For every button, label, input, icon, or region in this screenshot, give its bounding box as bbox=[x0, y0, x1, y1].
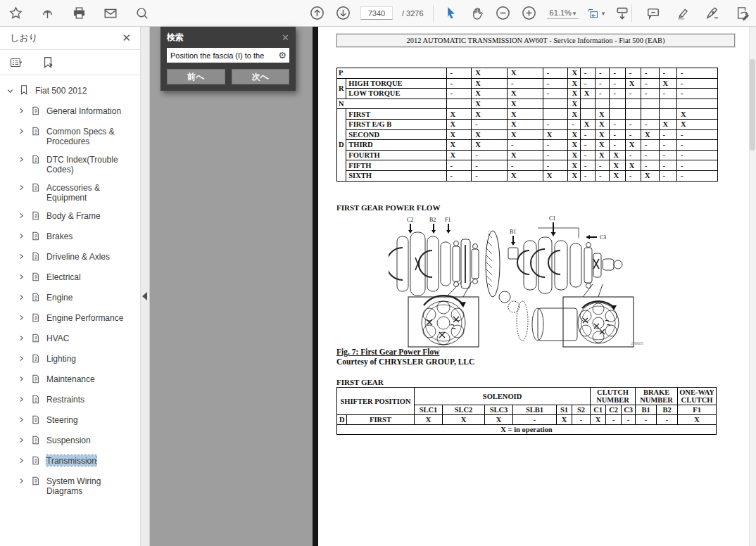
toolbar-divider bbox=[433, 5, 434, 22]
fit-width-icon[interactable]: ▾ bbox=[588, 5, 605, 22]
column-header: B1 bbox=[636, 405, 657, 415]
chevron-right-icon[interactable] bbox=[18, 455, 25, 466]
chevron-right-icon[interactable] bbox=[18, 251, 25, 262]
gear-value-cell: - bbox=[676, 170, 717, 181]
figure-label-c2: C2 bbox=[407, 217, 413, 223]
chevron-right-icon[interactable] bbox=[18, 210, 25, 221]
gear-value-cell: X bbox=[596, 129, 610, 140]
sidebar-item-driveline-axles[interactable]: Driveline & Axles bbox=[15, 248, 139, 267]
chevron-right-icon[interactable] bbox=[18, 435, 25, 445]
print-icon[interactable] bbox=[70, 5, 87, 22]
find-icon[interactable] bbox=[134, 5, 151, 22]
table-row: LOW TORQUE-XX-XX------ bbox=[337, 89, 718, 99]
next-result-button[interactable]: 次へ bbox=[232, 69, 290, 84]
export-pdf-icon[interactable] bbox=[733, 5, 750, 22]
gear-value-cell: X bbox=[508, 89, 543, 99]
previous-page-icon[interactable] bbox=[308, 5, 325, 22]
sidebar-item-transmission[interactable]: Transmission bbox=[15, 452, 139, 471]
collapse-panel-icon[interactable] bbox=[142, 292, 147, 300]
chevron-right-icon[interactable] bbox=[18, 106, 25, 116]
gear-value-cell: X bbox=[659, 78, 676, 89]
sidebar-item-label: Driveline & Axles bbox=[46, 251, 110, 262]
sidebar-item-engine[interactable]: Engine bbox=[15, 289, 139, 307]
gear-value-cell bbox=[641, 109, 659, 120]
panel-splitter[interactable] bbox=[141, 27, 150, 546]
zoom-level-dropdown[interactable]: 61.1%▾ bbox=[547, 7, 579, 19]
table-row: RHIGH TORQUE-X--X---X-X- bbox=[337, 78, 718, 89]
gear-value-cell: - bbox=[580, 150, 595, 160]
close-icon[interactable]: ✕ bbox=[282, 32, 289, 43]
chevron-right-icon[interactable] bbox=[18, 353, 25, 364]
fill-sign-icon[interactable] bbox=[704, 5, 721, 22]
sidebar-item-body-frame[interactable]: Body & Frame bbox=[15, 208, 139, 226]
sidebar-item-label: Engine bbox=[46, 292, 73, 303]
chevron-right-icon[interactable] bbox=[18, 374, 25, 384]
gear-value-cell: - bbox=[625, 150, 641, 160]
chevron-right-icon[interactable] bbox=[18, 414, 25, 425]
scrollbar-thumb[interactable] bbox=[750, 59, 755, 151]
chevron-right-icon[interactable] bbox=[18, 476, 25, 486]
sidebar-item-root[interactable]: Fiat 500 2012 bbox=[0, 81, 139, 101]
comment-icon[interactable] bbox=[645, 5, 662, 22]
chevron-right-icon[interactable] bbox=[18, 292, 25, 303]
chevron-right-icon[interactable] bbox=[18, 182, 25, 193]
scroll-mode-icon[interactable] bbox=[614, 5, 631, 22]
email-icon[interactable] bbox=[102, 5, 119, 22]
gear-value-cell: - bbox=[659, 68, 676, 79]
next-page-icon[interactable] bbox=[334, 5, 351, 22]
gear-value-cell: - bbox=[625, 129, 641, 140]
gear-value-cell: - bbox=[625, 68, 641, 79]
value-cell: X bbox=[591, 415, 606, 425]
zoom-out-icon[interactable] bbox=[495, 5, 512, 22]
gear-value-cell: X bbox=[568, 78, 580, 89]
sidebar-item-steering[interactable]: Steering bbox=[15, 412, 139, 430]
sidebar-item-hvac[interactable]: HVAC bbox=[15, 330, 139, 348]
sidebar-item-restraints[interactable]: Restraints bbox=[15, 391, 139, 410]
gear-value-cell: - bbox=[610, 140, 625, 151]
gear-value-cell: - bbox=[641, 160, 659, 171]
gear-value-cell: - bbox=[446, 160, 472, 171]
gear-label-cell: FIRST bbox=[346, 109, 446, 120]
sidebar-item-general-information[interactable]: General Information bbox=[15, 103, 139, 121]
zoom-in-icon[interactable] bbox=[521, 5, 538, 22]
star-icon[interactable] bbox=[7, 5, 24, 22]
sidebar-item-brakes[interactable]: Brakes bbox=[15, 228, 139, 246]
sidebar-item-electrical[interactable]: Electrical bbox=[15, 269, 139, 287]
chevron-right-icon[interactable] bbox=[18, 126, 25, 136]
hand-tool-icon[interactable] bbox=[469, 5, 486, 22]
gear-value-cell bbox=[580, 99, 595, 109]
chevron-right-icon[interactable] bbox=[18, 333, 25, 343]
share-icon[interactable] bbox=[39, 5, 56, 22]
chevron-right-icon[interactable] bbox=[18, 231, 25, 241]
gear-value-cell: - bbox=[659, 150, 676, 160]
sidebar-item-lighting[interactable]: Lighting bbox=[15, 350, 139, 369]
page-number-input[interactable] bbox=[360, 6, 393, 20]
vertical-scrollbar[interactable] bbox=[749, 27, 756, 546]
sidebar-item-accessories-equipment[interactable]: Accessories & Equipment bbox=[15, 179, 139, 205]
close-icon[interactable]: ✕ bbox=[122, 32, 131, 44]
chevron-right-icon[interactable] bbox=[18, 394, 25, 405]
chevron-right-icon[interactable] bbox=[18, 312, 25, 323]
gear-value-cell: X bbox=[659, 119, 676, 129]
gear-icon[interactable]: ⚙ bbox=[278, 50, 286, 61]
new-bookmark-icon[interactable] bbox=[39, 54, 56, 71]
sidebar-item-common-specs-procedures[interactable]: Common Specs & Procedures bbox=[15, 123, 139, 149]
sidebar-item-maintenance[interactable]: Maintenance bbox=[15, 371, 139, 389]
sidebar-item-system-wiring-diagrams[interactable]: System Wiring Diagrams bbox=[15, 473, 139, 499]
search-input[interactable] bbox=[167, 48, 289, 63]
sidebar-item-engine-performance[interactable]: Engine Performance bbox=[15, 310, 139, 328]
document-viewer[interactable]: 2012 AUTOMATIC TRANSMISSION AW60T - Serv… bbox=[150, 27, 756, 546]
table-row: FIFTH----X--XX--- bbox=[337, 160, 718, 171]
chevron-right-icon[interactable] bbox=[18, 272, 25, 282]
bookmark-options-icon[interactable] bbox=[8, 54, 25, 71]
sidebar-item-suspension[interactable]: Suspension bbox=[15, 432, 139, 450]
gear-value-cell: X bbox=[508, 109, 543, 120]
chevron-down-icon[interactable] bbox=[7, 86, 14, 96]
chevron-right-icon[interactable] bbox=[18, 154, 25, 165]
sidebar-item-label: Restraints bbox=[46, 394, 84, 405]
sidebar-item-dtc-index-trouble-codes[interactable]: DTC Index(Trouble Codes) bbox=[15, 151, 139, 177]
previous-result-button[interactable]: 前へ bbox=[167, 69, 225, 84]
select-tool-icon[interactable] bbox=[443, 5, 460, 22]
highlight-icon[interactable] bbox=[674, 5, 691, 22]
gear-value-cell: X bbox=[446, 140, 472, 151]
